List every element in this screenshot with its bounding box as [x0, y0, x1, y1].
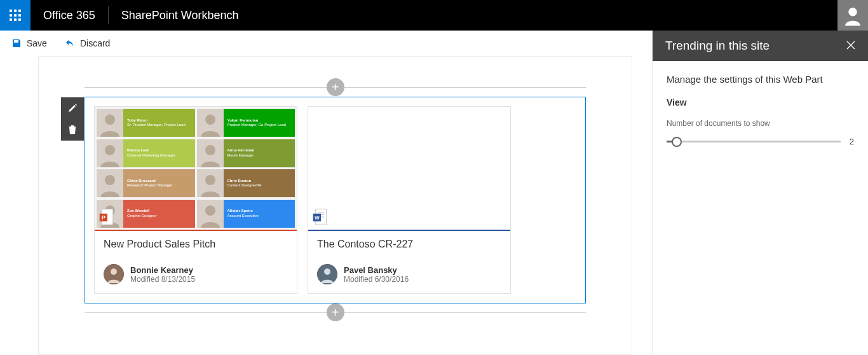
save-button[interactable]: Save — [11, 38, 47, 48]
panel-description: Manage the settings of this Web Part — [667, 74, 854, 85]
svg-rect-7 — [14, 18, 17, 21]
webpart-toolbar — [61, 97, 84, 141]
document-title: The Contoso CR-227 — [317, 239, 501, 250]
document-title: New Product Sales Pitch — [104, 239, 288, 250]
person-cell: Anna HerrimanMedia Manager — [197, 139, 295, 167]
svg-rect-1 — [14, 10, 17, 12]
panel-title: Trending in this site — [665, 39, 770, 53]
add-section-button-top[interactable]: + — [327, 78, 344, 96]
edit-webpart-button[interactable] — [61, 97, 84, 119]
person-cell: Yukari KenmotsuProduct Manager, Co-Proje… — [197, 109, 295, 137]
person-photo — [197, 200, 224, 228]
person-photo — [97, 139, 123, 167]
app-launcher-button[interactable] — [0, 0, 31, 31]
slider-label: Number of documents to show — [667, 119, 854, 128]
document-count-slider[interactable] — [667, 141, 841, 143]
person-info: Anna HerrimanMedia Manager — [224, 139, 295, 167]
person-info: Chris BostonContent Designer/IA — [224, 169, 295, 197]
panel-header: Trending in this site — [653, 31, 868, 61]
svg-rect-0 — [10, 10, 12, 12]
discard-button[interactable]: Discard — [65, 38, 110, 48]
svg-point-21 — [205, 145, 215, 155]
person-cell: Kianna LealChannel Marketing Manager — [97, 139, 195, 167]
document-preview: W — [308, 107, 510, 231]
document-preview: Toby NixonSr. Product Manager, Project L… — [95, 107, 297, 231]
svg-rect-6 — [10, 18, 12, 21]
suite-bar: Office 365 SharePoint Workbench — [0, 0, 868, 31]
panel-section-heading: View — [667, 97, 854, 108]
svg-rect-4 — [14, 14, 17, 17]
person-photo — [97, 109, 123, 137]
section-divider-bottom: + — [85, 312, 586, 313]
svg-point-19 — [105, 145, 115, 155]
undo-icon — [65, 38, 75, 48]
waffle-icon — [10, 10, 21, 21]
app-title: SharePoint Workbench — [109, 9, 252, 22]
document-author: Bonnie Kearney — [130, 265, 195, 275]
svg-rect-3 — [10, 14, 12, 17]
svg-point-42 — [324, 268, 330, 275]
pencil-icon — [67, 103, 78, 113]
svg-point-15 — [105, 115, 115, 125]
user-avatar-button[interactable] — [837, 0, 868, 31]
svg-point-9 — [848, 8, 857, 17]
property-panel: Trending in this site Manage the setting… — [652, 31, 868, 355]
svg-rect-8 — [18, 18, 21, 21]
document-modified: Modified 6/30/2016 — [344, 275, 409, 284]
author-avatar — [317, 264, 337, 284]
person-cell: Toby NixonSr. Product Manager, Project L… — [97, 109, 195, 137]
svg-text:P: P — [102, 214, 105, 221]
person-photo — [197, 109, 224, 137]
person-icon — [841, 4, 864, 27]
svg-point-17 — [205, 115, 215, 125]
svg-point-29 — [205, 205, 215, 216]
person-info: Chloe BrossardResearch Project Manager — [123, 169, 195, 197]
close-icon — [846, 41, 855, 50]
person-info: Alistair SpeirsAccount Executive — [224, 200, 295, 228]
svg-text:W: W — [315, 215, 320, 221]
author-avatar — [104, 264, 124, 284]
person-info: Kianna LealChannel Marketing Manager — [123, 139, 195, 167]
slider-value: 2 — [850, 137, 854, 146]
person-cell: Alistair SpeirsAccount Executive — [197, 200, 295, 228]
add-section-button-bottom[interactable]: + — [327, 303, 344, 321]
document-author: Pavel Bansky — [344, 265, 409, 275]
person-photo — [97, 169, 123, 197]
document-card[interactable]: Toby NixonSr. Product Manager, Project L… — [94, 106, 297, 294]
trash-icon — [68, 125, 77, 135]
svg-rect-2 — [18, 10, 21, 12]
document-card[interactable]: W The Contoso CR-227 Pavel Bansky Modifi… — [308, 106, 511, 294]
panel-close-button[interactable] — [846, 39, 855, 53]
person-photo — [197, 169, 224, 197]
section-divider-top: + — [85, 87, 586, 88]
save-icon — [11, 38, 22, 48]
person-cell: Chris BostonContent Designer/IA — [197, 169, 295, 197]
webpart-selection[interactable]: Toby NixonSr. Product Manager, Project L… — [85, 97, 586, 303]
svg-point-25 — [205, 175, 215, 185]
brand-label[interactable]: Office 365 — [31, 9, 108, 22]
svg-rect-5 — [18, 14, 21, 17]
slider-thumb[interactable] — [672, 137, 682, 147]
document-modified: Modified 8/13/2015 — [130, 275, 195, 284]
word-icon: W — [312, 208, 330, 226]
person-info: Zoe WendellGraphic Designer — [123, 200, 195, 228]
svg-point-23 — [105, 175, 115, 185]
svg-point-34 — [111, 268, 117, 275]
person-cell: Chloe BrossardResearch Project Manager — [97, 169, 195, 197]
save-label: Save — [27, 38, 47, 48]
delete-webpart-button[interactable] — [61, 119, 84, 141]
person-photo — [197, 139, 224, 167]
canvas: + Toby NixonSr. Product Manager, Project… — [38, 56, 632, 355]
powerpoint-icon: P — [98, 208, 116, 226]
person-info: Yukari KenmotsuProduct Manager, Co-Proje… — [224, 109, 295, 137]
discard-label: Discard — [80, 38, 110, 48]
person-info: Toby NixonSr. Product Manager, Project L… — [123, 109, 195, 137]
